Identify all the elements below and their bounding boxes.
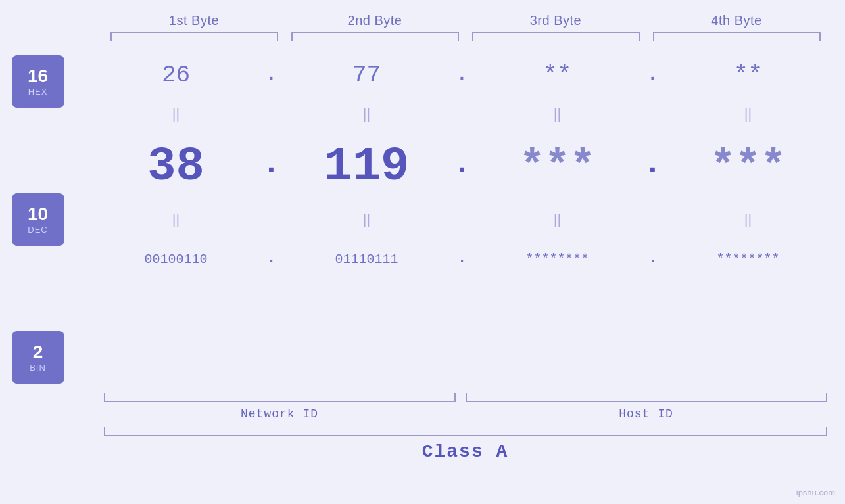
bin-val2: 01110111 (281, 252, 452, 267)
eq1-val3: || (472, 106, 643, 123)
badges-column: 16 HEX 10 DEC 2 BIN (12, 49, 91, 390)
equal-row-2: || || || || (91, 206, 834, 233)
content-area: 16 HEX 10 DEC 2 BIN 26 . 77 . ** (12, 49, 834, 390)
hex-badge-number: 16 (28, 66, 48, 87)
dec-val4: *** (663, 143, 834, 191)
bin-badge-number: 2 (33, 342, 43, 363)
bin-val3: ******** (472, 252, 643, 267)
byte1-label: 1st Byte (104, 13, 285, 28)
eq1-val1: || (91, 106, 262, 123)
class-section: Class A (104, 427, 827, 462)
dec-dot3: . (643, 124, 663, 210)
byte2-label: 2nd Byte (285, 13, 466, 28)
dec-val1: 38 (91, 140, 262, 194)
bottom-brackets-row (104, 393, 827, 405)
class-bracket (104, 427, 827, 436)
hex-row: 26 . 77 . ** . ** (91, 49, 834, 101)
bin-dot1: . (262, 233, 281, 285)
bin-val1: 00100110 (91, 252, 262, 267)
bracket-byte2 (291, 32, 459, 41)
eq2-val4: || (663, 211, 834, 228)
equal-row-1: || || || || (91, 101, 834, 127)
eq2-val1: || (91, 211, 262, 228)
hex-val4: ** (663, 62, 834, 89)
dec-dot2: . (452, 124, 472, 210)
bin-badge-label: BIN (30, 363, 46, 373)
eq2-val3: || (472, 211, 643, 228)
bottom-section: Network ID Host ID (104, 393, 827, 421)
eq2-val2: || (281, 211, 452, 228)
main-container: 1st Byte 2nd Byte 3rd Byte 4th Byte 16 H… (0, 0, 845, 504)
dec-row: 38 . 119 . *** . *** (91, 127, 834, 206)
bracket-network (104, 393, 456, 402)
bin-row: 00100110 . 01110111 . ******** . *******… (91, 233, 834, 285)
dec-dot1: . (262, 124, 281, 210)
bracket-byte3 (472, 32, 640, 41)
bin-dot2: . (452, 233, 472, 285)
bin-val4: ******** (663, 252, 834, 267)
hex-badge-label: HEX (28, 87, 48, 97)
hex-val3: ** (472, 62, 643, 89)
class-label: Class A (104, 442, 827, 462)
dec-badge-number: 10 (28, 204, 48, 225)
bin-dot3: . (643, 233, 663, 285)
top-brackets (104, 32, 827, 43)
header-row: 1st Byte 2nd Byte 3rd Byte 4th Byte (104, 13, 827, 28)
dec-val3: *** (472, 143, 643, 191)
bracket-host (466, 393, 827, 402)
bracket-byte4 (653, 32, 821, 41)
bracket-byte1 (110, 32, 278, 41)
hex-dot3: . (643, 49, 663, 101)
hex-val2: 77 (281, 62, 452, 89)
hex-badge: 16 HEX (12, 55, 64, 108)
hex-dot1: . (262, 49, 281, 101)
watermark: ipshu.com (796, 488, 835, 497)
dec-badge-label: DEC (28, 225, 47, 235)
dec-badge: 10 DEC (12, 193, 64, 246)
byte3-label: 3rd Byte (466, 13, 646, 28)
hex-val1: 26 (91, 62, 262, 89)
bin-badge: 2 BIN (12, 331, 64, 384)
network-id-label: Network ID (104, 407, 456, 421)
host-id-label: Host ID (466, 407, 827, 421)
byte4-label: 4th Byte (646, 13, 827, 28)
eq1-val4: || (663, 106, 834, 123)
dec-val2: 119 (281, 140, 452, 194)
bottom-labels-row: Network ID Host ID (104, 407, 827, 421)
data-rows: 26 . 77 . ** . ** || || || || 38 (91, 49, 834, 285)
hex-dot2: . (452, 49, 472, 101)
eq1-val2: || (281, 106, 452, 123)
